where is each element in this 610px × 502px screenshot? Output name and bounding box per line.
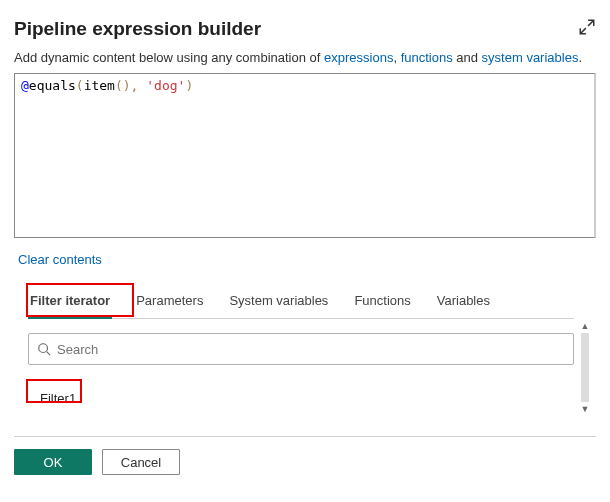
search-input[interactable] — [57, 342, 565, 357]
search-icon — [37, 342, 51, 356]
tabs: Filter iterator Parameters System variab… — [28, 285, 574, 319]
svg-point-0 — [39, 344, 48, 353]
scroll-down-icon[interactable]: ▼ — [581, 404, 590, 414]
hint-end: . — [578, 50, 582, 65]
tab-system-variables[interactable]: System variables — [227, 285, 330, 318]
divider — [14, 436, 596, 437]
tab-functions[interactable]: Functions — [352, 285, 412, 318]
filter-item-filter1[interactable]: Filter1 — [32, 387, 84, 410]
cancel-button[interactable]: Cancel — [102, 449, 180, 475]
search-box[interactable] — [28, 333, 574, 365]
scroll-track[interactable] — [581, 333, 589, 402]
expression-editor[interactable]: @equals(item(), 'dog') — [14, 73, 596, 238]
hint-and: and — [453, 50, 482, 65]
tab-parameters[interactable]: Parameters — [134, 285, 205, 318]
ok-button[interactable]: OK — [14, 449, 92, 475]
link-system-variables[interactable]: system variables — [482, 50, 579, 65]
expand-icon[interactable] — [578, 18, 596, 36]
hint-text: Add dynamic content below using any comb… — [14, 50, 596, 65]
code-line: @equals(item(), 'dog') — [21, 78, 588, 93]
tab-filter-iterator[interactable]: Filter iterator — [28, 285, 112, 318]
scroll-up-icon[interactable]: ▲ — [581, 321, 590, 331]
scrollbar[interactable]: ▲ ▼ — [578, 321, 592, 414]
hint-prefix: Add dynamic content below using any comb… — [14, 50, 324, 65]
tab-variables[interactable]: Variables — [435, 285, 492, 318]
link-functions[interactable]: functions — [401, 50, 453, 65]
clear-contents-link[interactable]: Clear contents — [18, 252, 102, 267]
page-title: Pipeline expression builder — [14, 18, 261, 40]
link-expressions[interactable]: expressions — [324, 50, 393, 65]
